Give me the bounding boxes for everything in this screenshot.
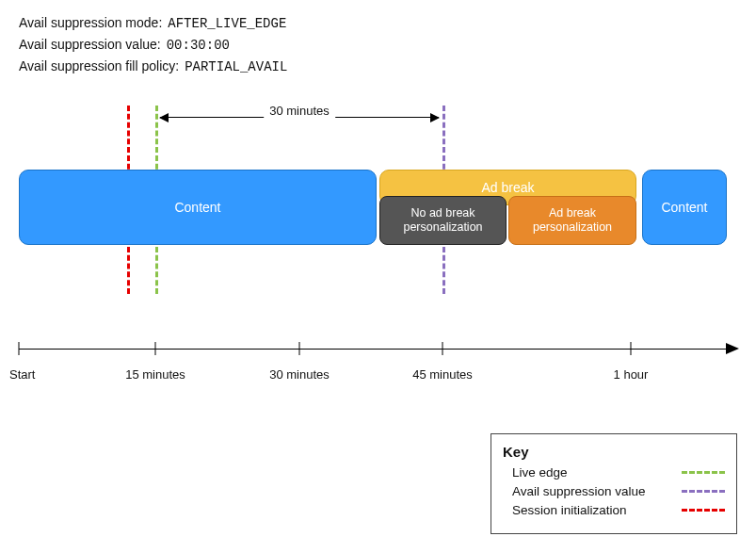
setting-row-fill: Avail suppression fill policy: PARTIAL_A…	[19, 58, 287, 74]
legend-live-edge-label: Live edge	[512, 465, 568, 480]
setting-mode-value: AFTER_LIVE_EDGE	[168, 16, 286, 31]
legend-row-session-init: Session initialization	[503, 503, 725, 517]
legend-session-init-label: Session initialization	[512, 503, 627, 517]
segment-adpers-label: Ad break personalization	[515, 206, 630, 235]
legend-row-live-edge: Live edge	[503, 465, 725, 480]
legend-avail-value-swatch	[682, 490, 725, 493]
axis-tick-start	[19, 342, 20, 355]
segment-ad-break-label: Ad break	[481, 180, 534, 195]
axis-label-45: 45 minutes	[412, 367, 473, 382]
segment-no-ad-personalization: No ad break personalization	[379, 196, 507, 245]
segment-ad-personalization: Ad break personalization	[508, 196, 636, 245]
axis-label-30: 30 minutes	[269, 367, 330, 382]
legend-row-avail-value: Avail suppression value	[503, 484, 725, 498]
segment-content-1-label: Content	[174, 200, 220, 215]
setting-row-value: Avail suppression value: 00:30:00	[19, 37, 287, 53]
axis-tick-30	[299, 342, 300, 355]
arrow-right-icon	[726, 343, 739, 354]
setting-value-label: Avail suppression value:	[19, 37, 161, 52]
setting-mode-label: Avail suppression mode:	[19, 15, 162, 30]
arrow-left-cap-icon	[159, 113, 169, 122]
setting-fill-label: Avail suppression fill policy:	[19, 58, 179, 73]
legend-title: Key	[503, 444, 725, 460]
span-label: 30 minutes	[264, 104, 335, 118]
diagram-canvas: Avail suppression mode: AFTER_LIVE_EDGE …	[0, 0, 756, 553]
segment-content-2: Content	[642, 170, 727, 245]
axis-tick-45	[442, 342, 443, 355]
time-axis: Start 15 minutes 30 minutes 45 minutes 1…	[19, 330, 737, 377]
axis-tick-15	[155, 342, 156, 355]
segment-no-ad-label: No ad break personalization	[386, 206, 500, 235]
axis-tick-60	[631, 342, 632, 355]
setting-value-value: 00:30:00	[167, 38, 230, 53]
arrow-right-cap-icon	[430, 113, 440, 122]
axis-label-60: 1 hour	[614, 367, 649, 382]
setting-row-mode: Avail suppression mode: AFTER_LIVE_EDGE	[19, 15, 287, 31]
axis-label-start: Start	[9, 367, 35, 382]
segment-content-2-label: Content	[661, 200, 707, 215]
timeline-area: 30 minutes Content Ad break No ad break …	[19, 151, 737, 273]
setting-fill-value: PARTIAL_AVAIL	[185, 59, 287, 74]
legend-live-edge-swatch	[682, 471, 725, 474]
legend-avail-value-label: Avail suppression value	[512, 484, 646, 498]
legend-box: Key Live edge Avail suppression value Se…	[491, 433, 737, 534]
axis-label-15: 15 minutes	[125, 367, 185, 382]
segment-content-1: Content	[19, 170, 377, 245]
settings-list: Avail suppression mode: AFTER_LIVE_EDGE …	[19, 9, 287, 80]
legend-session-init-swatch	[682, 509, 725, 512]
